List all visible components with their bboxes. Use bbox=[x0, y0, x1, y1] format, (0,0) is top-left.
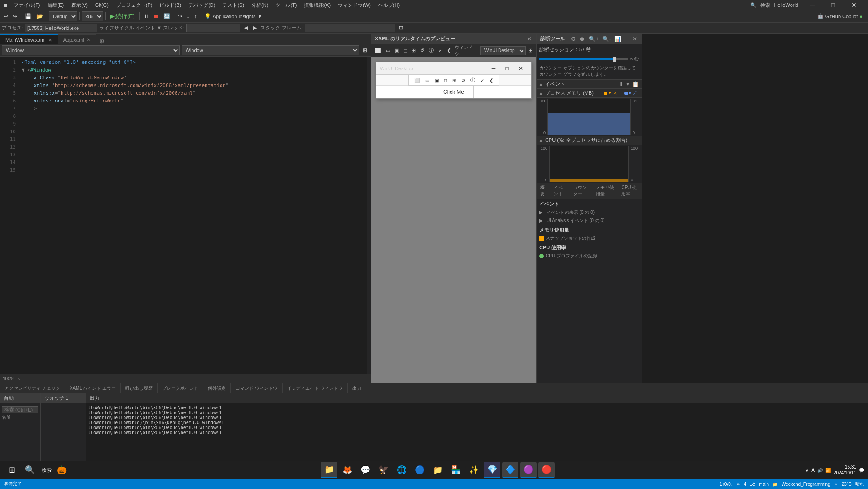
step-over-button[interactable]: ↷ bbox=[176, 11, 184, 21]
taskbar-app-chrome[interactable]: 🔵 bbox=[412, 462, 428, 478]
click-me-button[interactable]: Click Me bbox=[434, 86, 474, 98]
winui-close-button[interactable]: ✕ bbox=[514, 63, 528, 74]
taskbar-app-red[interactable]: 🔴 bbox=[538, 462, 555, 478]
diag-tab-cpu[interactable]: CPU 使用率 bbox=[618, 183, 642, 199]
taskbar-app-edge2[interactable]: 🌐 bbox=[393, 462, 410, 478]
bottom-tab-call-stack[interactable]: 呼び出し履歴 bbox=[121, 383, 158, 393]
add-tab-button[interactable]: ⊕ bbox=[96, 37, 107, 44]
left-scope-dropdown[interactable]: Window bbox=[2, 45, 180, 55]
xaml-tool-box[interactable]: □ bbox=[402, 47, 409, 54]
taskbar-search-button[interactable]: 🔍 bbox=[22, 462, 38, 478]
taskbar-network-icon[interactable]: 📶 bbox=[825, 468, 831, 473]
taskbar-up-arrow[interactable]: ∧ bbox=[806, 468, 809, 473]
minimize-button[interactable]: ─ bbox=[802, 0, 823, 10]
debug-config-dropdown[interactable]: Debug bbox=[49, 11, 77, 21]
winui-tool-2[interactable]: ▭ bbox=[423, 77, 431, 84]
bottom-tab-breakpoints[interactable]: ブレークポイント bbox=[158, 383, 203, 393]
menu-window[interactable]: ウィンドウ(W) bbox=[334, 1, 374, 10]
bottom-tab-xaml-errors[interactable]: XAML バインド エラー bbox=[65, 383, 121, 393]
taskbar-volume-icon[interactable]: 🔊 bbox=[817, 468, 823, 473]
tab-mainwindow-close[interactable]: ✕ bbox=[48, 38, 52, 43]
tab-app-close[interactable]: ✕ bbox=[87, 37, 91, 42]
platform-dropdown[interactable]: x86 bbox=[82, 11, 103, 21]
tab-app[interactable]: App.xaml ✕ bbox=[58, 34, 96, 44]
xaml-tool-border[interactable]: ▭ bbox=[384, 47, 392, 54]
taskbar-halloween-button[interactable]: 🎃 bbox=[53, 462, 70, 478]
xaml-snap-button[interactable]: ⊞ bbox=[527, 47, 534, 54]
stop-button[interactable]: ⏹ bbox=[152, 11, 161, 21]
xaml-preview-close-button[interactable]: ✕ bbox=[526, 36, 532, 42]
stack-frame-input[interactable] bbox=[305, 24, 395, 32]
watch-tab-label[interactable]: ウォッチ 1 bbox=[44, 395, 68, 402]
menu-edit[interactable]: 編集(E) bbox=[44, 1, 68, 10]
diag-pin-button[interactable]: ─ bbox=[624, 36, 630, 42]
winui-tool-3[interactable]: ▣ bbox=[433, 77, 441, 84]
auto-search-input[interactable] bbox=[2, 406, 38, 413]
slider-bar[interactable] bbox=[539, 58, 628, 60]
menu-view[interactable]: 表示(V) bbox=[67, 1, 91, 10]
winui-tool-8[interactable]: ✓ bbox=[479, 77, 486, 84]
diag-close-button[interactable]: ✕ bbox=[632, 36, 638, 42]
thread-nav-fwd[interactable]: ▶ bbox=[251, 24, 259, 31]
taskbar-app-store[interactable]: 🏪 bbox=[448, 462, 464, 478]
winui-tool-7[interactable]: ⓘ bbox=[469, 76, 477, 84]
events-pause-button[interactable]: ⏸ bbox=[617, 81, 624, 87]
undo-button[interactable]: ↩ bbox=[2, 11, 10, 21]
event-item-2[interactable]: ▶ UI Analysis イベント (0 の 0) bbox=[537, 217, 642, 225]
start-button[interactable]: ⊞ bbox=[4, 462, 20, 478]
xaml-preview-pin-button[interactable]: ─ bbox=[518, 36, 524, 42]
restart-button[interactable]: 🔄 bbox=[162, 11, 172, 21]
diagnostics-slider[interactable]: 50秒 bbox=[537, 55, 642, 63]
bottom-tab-exceptions[interactable]: 例外設定 bbox=[203, 383, 231, 393]
diag-tab-events[interactable]: イベント bbox=[550, 183, 570, 199]
bottom-tab-immediate[interactable]: イミディエイト ウィンドウ bbox=[283, 383, 348, 393]
continue-button[interactable]: ▶ 続行(F) bbox=[107, 11, 138, 21]
diag-zoom-out-button[interactable]: 🔍- bbox=[601, 36, 612, 42]
open-button[interactable]: 📂 bbox=[34, 11, 45, 21]
diag-settings-button[interactable]: ⚙ bbox=[570, 36, 577, 42]
frame-nav-button[interactable]: ⊞ bbox=[397, 24, 405, 31]
cpu-item-1[interactable]: CPU プロファイルの記録 bbox=[537, 252, 642, 260]
winui-tool-5[interactable]: ⊞ bbox=[451, 77, 458, 84]
xaml-tool-grid[interactable]: ⊞ bbox=[410, 47, 417, 54]
events-filter-button[interactable]: ▼ 📋 bbox=[624, 81, 640, 87]
taskbar-app-vs[interactable]: 💎 bbox=[484, 462, 500, 478]
xaml-tool-select[interactable]: ⬜ bbox=[373, 47, 383, 54]
memory-section-toggle[interactable]: ▲ プロセス メモリ (MB) ▼ ス... ● プ... bbox=[537, 89, 642, 98]
winui-tool-6[interactable]: ↺ bbox=[460, 77, 467, 84]
menu-debug[interactable]: デバッグ(D) bbox=[185, 1, 219, 10]
xaml-tool-highlight[interactable]: ▣ bbox=[393, 47, 401, 54]
menu-tools[interactable]: ツール(T) bbox=[272, 1, 300, 10]
taskbar-datetime[interactable]: 15:31 2024/10/11 bbox=[834, 464, 856, 476]
pause-button[interactable]: ⏸ bbox=[142, 11, 151, 21]
taskbar-app-edge1[interactable]: 🦅 bbox=[375, 462, 392, 478]
winui-tool-4[interactable]: □ bbox=[442, 77, 449, 84]
xaml-tool-refresh[interactable]: ↺ bbox=[418, 47, 426, 54]
taskbar-app-teams[interactable]: 💬 bbox=[357, 462, 374, 478]
winui-tool-1[interactable]: ⬜ bbox=[412, 77, 422, 84]
code-content[interactable]: <?xml version="1.0" encoding="utf-8"?> ▼… bbox=[18, 57, 367, 374]
menu-file[interactable]: ファイル(F) bbox=[10, 1, 43, 10]
zoom-reset-icon[interactable]: ○ bbox=[18, 376, 21, 381]
taskbar-app-explorer[interactable]: 📁 bbox=[321, 462, 337, 478]
menu-extensions[interactable]: 拡張機能(X) bbox=[300, 1, 334, 10]
diag-tab-counter[interactable]: カウンター bbox=[570, 183, 592, 199]
xaml-tool-back[interactable]: ❮ bbox=[445, 47, 453, 54]
menu-test[interactable]: テスト(S) bbox=[219, 1, 248, 10]
taskbar-app-dotnet[interactable]: 🟣 bbox=[520, 462, 537, 478]
step-into-button[interactable]: ↓ bbox=[185, 11, 192, 21]
output-content[interactable]: lloWorld\HelloWorld\bin\x86\Debug\net8.0… bbox=[86, 403, 868, 461]
diag-tab-summary[interactable]: 概要 bbox=[537, 183, 550, 199]
diag-chart-button[interactable]: 📊 bbox=[614, 36, 622, 42]
process-input[interactable] bbox=[25, 24, 97, 32]
bottom-tab-command[interactable]: コマンド ウィンドウ bbox=[231, 383, 283, 393]
xaml-tool-info[interactable]: ⓘ bbox=[427, 46, 436, 55]
save-button[interactable]: 💾 bbox=[23, 11, 34, 21]
memory-item-1[interactable]: スナップショットの作成 bbox=[537, 234, 642, 242]
right-scope-dropdown[interactable]: Window bbox=[182, 45, 360, 55]
thread-input[interactable] bbox=[186, 24, 240, 32]
diag-record-button[interactable]: ⏺ bbox=[579, 36, 586, 42]
menu-build[interactable]: ビルド(B) bbox=[156, 1, 185, 10]
event-item-1[interactable]: ▶ イベントの表示 (0 の 0) bbox=[537, 208, 642, 217]
step-out-button[interactable]: ↑ bbox=[192, 11, 199, 21]
